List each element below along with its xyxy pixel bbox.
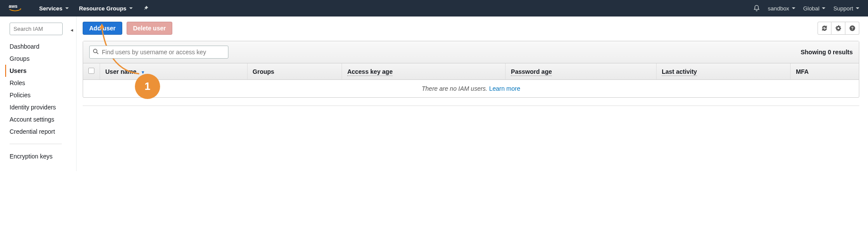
column-username[interactable]: User name ▼	[100, 63, 248, 80]
aws-logo[interactable]: aws	[9, 3, 26, 13]
sidebar-item-identity-providers[interactable]: Identity providers	[5, 101, 70, 113]
bell-icon	[753, 5, 760, 12]
panel-header: Showing 0 results	[83, 41, 859, 63]
main-content: Add user Delete user ?	[77, 16, 868, 171]
sidebar-nav-bottom: Encryption keys	[10, 150, 70, 162]
filter-box	[89, 46, 228, 59]
sidebar-item-roles[interactable]: Roles	[5, 77, 70, 89]
delete-user-button[interactable]: Delete user	[127, 22, 172, 35]
nav-account-label: sandbox	[768, 5, 789, 12]
svg-point-3	[94, 49, 97, 53]
top-nav-left: Services Resource Groups	[39, 5, 149, 12]
sidebar-divider	[10, 144, 62, 144]
column-last-activity-label: Last activity	[662, 68, 697, 76]
chevron-left-icon: ◂	[70, 27, 73, 33]
column-mfa[interactable]: MFA	[791, 63, 859, 80]
refresh-icon	[821, 25, 828, 31]
bottom-rule	[83, 106, 859, 106]
column-access-key-age-label: Access key age	[347, 68, 392, 76]
users-table: User name ▼ Groups Access key age Passwo…	[83, 63, 859, 97]
gear-icon	[835, 25, 841, 31]
svg-line-4	[97, 52, 98, 54]
filter-users-input[interactable]	[89, 46, 228, 59]
users-panel: Showing 0 results User name ▼ Groups Acc…	[83, 41, 859, 98]
chevron-down-icon	[856, 7, 859, 9]
empty-state-text: There are no IAM users.	[422, 85, 489, 92]
column-last-activity[interactable]: Last activity	[656, 63, 790, 80]
learn-more-link[interactable]: Learn more	[489, 85, 520, 92]
add-user-button[interactable]: Add user	[83, 22, 122, 35]
sidebar: Dashboard Groups Users Roles Policies Id…	[0, 16, 70, 171]
sidebar-item-users[interactable]: Users	[5, 65, 70, 77]
chevron-down-icon	[792, 7, 795, 9]
toolbar-icon-group: ?	[818, 22, 859, 35]
help-button[interactable]: ?	[845, 22, 859, 35]
sidebar-nav: Dashboard Groups Users Roles Policies Id…	[10, 40, 70, 138]
refresh-button[interactable]	[818, 22, 831, 35]
sidebar-collapse-handle[interactable]: ◂	[70, 16, 77, 171]
aws-logo-icon: aws	[9, 3, 26, 13]
nav-support-label: Support	[833, 5, 853, 12]
column-password-age-label: Password age	[511, 68, 552, 76]
svg-text:aws: aws	[9, 3, 17, 9]
top-nav-right: sandbox Global Support	[753, 5, 859, 12]
empty-state-row: There are no IAM users. Learn more	[83, 80, 859, 98]
chevron-down-icon	[822, 7, 825, 9]
sort-asc-icon: ▼	[141, 70, 145, 75]
checkbox-icon	[88, 68, 94, 74]
nav-services[interactable]: Services	[39, 5, 69, 12]
nav-services-label: Services	[39, 5, 63, 12]
top-nav-bar: aws Services Resource Groups sandbox	[0, 0, 868, 16]
sidebar-item-policies[interactable]: Policies	[5, 89, 70, 101]
toolbar: Add user Delete user ?	[83, 22, 859, 35]
nav-resource-groups-label: Resource Groups	[79, 5, 127, 12]
column-groups[interactable]: Groups	[247, 63, 342, 80]
nav-account[interactable]: sandbox	[768, 5, 795, 12]
column-username-label: User name	[105, 68, 137, 75]
chevron-down-icon	[65, 7, 69, 9]
nav-support[interactable]: Support	[833, 5, 859, 12]
sidebar-item-groups[interactable]: Groups	[5, 53, 70, 65]
sidebar-item-dashboard[interactable]: Dashboard	[5, 40, 70, 53]
nav-region[interactable]: Global	[803, 5, 826, 12]
nav-pin[interactable]	[143, 5, 149, 11]
column-select-all[interactable]	[83, 63, 100, 80]
nav-region-label: Global	[803, 5, 820, 12]
search-icon	[93, 49, 99, 56]
results-count: Showing 0 results	[801, 49, 853, 56]
sidebar-item-encryption-keys[interactable]: Encryption keys	[5, 150, 70, 162]
svg-text:?: ?	[851, 26, 853, 30]
sidebar-item-account-settings[interactable]: Account settings	[5, 113, 70, 125]
column-password-age[interactable]: Password age	[506, 63, 657, 80]
nav-notifications[interactable]	[753, 5, 760, 12]
help-icon: ?	[849, 25, 855, 31]
chevron-down-icon	[129, 7, 133, 9]
settings-button[interactable]	[831, 22, 845, 35]
column-access-key-age[interactable]: Access key age	[342, 63, 506, 80]
pin-icon	[143, 5, 149, 11]
sidebar-item-credential-report[interactable]: Credential report	[5, 125, 70, 138]
search-iam-input[interactable]	[10, 23, 63, 35]
nav-resource-groups[interactable]: Resource Groups	[79, 5, 133, 12]
